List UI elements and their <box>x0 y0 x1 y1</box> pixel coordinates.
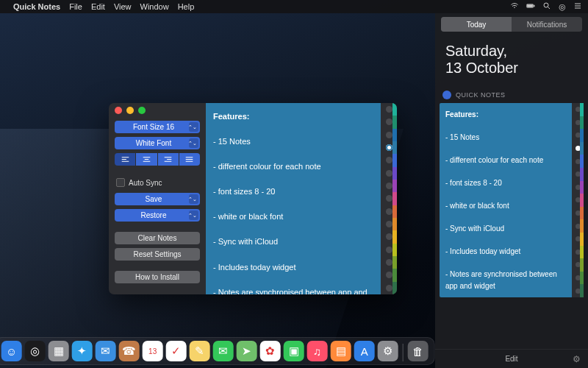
color-swatch[interactable] <box>572 116 584 130</box>
color-swatch[interactable] <box>381 282 397 294</box>
window-titlebar[interactable] <box>109 103 397 118</box>
color-swatch[interactable] <box>381 205 397 218</box>
font-color-dropdown[interactable]: White Font ⌃⌄ <box>115 137 200 149</box>
align-right-button[interactable] <box>158 153 179 166</box>
align-left-button[interactable] <box>115 153 135 166</box>
color-swatch[interactable] <box>572 284 584 297</box>
text-align-segmented <box>115 153 200 166</box>
window-close-button[interactable] <box>115 107 122 114</box>
menubar-app-name[interactable]: Quick Notes <box>13 2 60 11</box>
color-swatch[interactable] <box>381 230 397 243</box>
widget-note-line: - 15 Notes <box>445 133 479 141</box>
menubar-item-edit[interactable]: Edit <box>91 2 105 11</box>
menubar: Quick Notes File Edit View Window Help ◎ <box>0 0 588 13</box>
nc-tab-today[interactable]: Today <box>441 17 512 32</box>
notification-center-icon[interactable] <box>573 1 582 12</box>
dock-app-messages[interactable]: ✉ <box>213 341 234 361</box>
color-swatch[interactable] <box>381 154 397 166</box>
dock-app-siri[interactable]: ◎ <box>25 341 46 361</box>
dock-app-photos[interactable]: ✿ <box>260 341 281 361</box>
svg-rect-2 <box>527 5 532 7</box>
color-swatch[interactable] <box>572 258 584 272</box>
font-size-dropdown[interactable]: Font Size 16 ⌃⌄ <box>115 121 200 133</box>
align-center-button[interactable] <box>136 153 157 166</box>
dock-app-finder[interactable]: ☺ <box>1 341 22 361</box>
reset-settings-button[interactable]: Reset Settings <box>115 248 200 261</box>
color-swatch[interactable] <box>572 142 584 155</box>
color-swatch[interactable] <box>572 181 584 194</box>
dock-app-mail[interactable]: ✉ <box>96 341 116 361</box>
color-swatch[interactable] <box>572 233 584 246</box>
note-line: - font sizes 8 - 20 <box>213 187 275 196</box>
spotlight-icon[interactable] <box>542 1 551 12</box>
widget-note-line: - different colour for each note <box>445 156 543 164</box>
color-swatch[interactable] <box>572 168 584 181</box>
quick-notes-widget[interactable]: Features: - 15 Notes - different colour … <box>440 103 584 297</box>
color-swatch[interactable] <box>381 129 397 141</box>
gear-icon[interactable]: ⚙ <box>573 354 581 364</box>
color-swatch[interactable] <box>572 129 584 142</box>
color-swatch[interactable] <box>572 272 584 285</box>
clear-notes-button[interactable]: Clear Notes <box>115 232 200 244</box>
dock-app-contacts[interactable]: ☎ <box>119 341 140 361</box>
color-swatch[interactable] <box>381 103 397 116</box>
nc-edit-button[interactable]: Edit <box>505 355 517 363</box>
window-minimize-button[interactable] <box>126 107 134 114</box>
nc-date-line2: 13 October <box>445 60 578 77</box>
wifi-icon[interactable] <box>510 1 519 12</box>
dock-app-appstore[interactable]: A <box>354 341 375 361</box>
color-swatch[interactable] <box>381 218 397 230</box>
menubar-item-view[interactable]: View <box>114 2 132 11</box>
color-swatch[interactable] <box>381 256 397 269</box>
color-swatch[interactable] <box>572 194 584 207</box>
auto-sync-label: Auto Sync <box>129 179 162 187</box>
siri-icon[interactable]: ◎ <box>559 2 566 12</box>
dock-trash[interactable]: 🗑 <box>408 341 429 361</box>
widget-note-line: - font sizes 8 - 20 <box>445 179 502 187</box>
widget-title: QUICK NOTES <box>456 91 506 99</box>
widget-color-picker <box>572 103 584 297</box>
dock-app-launchpad[interactable]: ▦ <box>49 341 69 361</box>
auto-sync-row[interactable]: Auto Sync <box>115 176 200 189</box>
note-editor[interactable]: Features: - 15 Notes - different colour … <box>206 103 381 294</box>
dock-app-ibooks[interactable]: ▤ <box>331 341 351 361</box>
how-to-install-button[interactable]: How to Install <box>115 271 200 283</box>
dock-app-reminders[interactable]: ✓ <box>166 341 187 361</box>
color-swatch[interactable] <box>381 167 397 180</box>
quick-notes-window: Font Size 16 ⌃⌄ White Font ⌃⌄ Auto Sync … <box>109 103 397 294</box>
save-dropdown[interactable]: Save ⌃⌄ <box>115 193 200 205</box>
menubar-item-file[interactable]: File <box>69 2 82 11</box>
svg-rect-1 <box>534 5 534 7</box>
menubar-item-help[interactable]: Help <box>178 2 195 11</box>
dock-app-calendar[interactable]: 13 <box>143 341 163 361</box>
color-swatch[interactable] <box>381 141 397 154</box>
color-swatch[interactable] <box>572 207 584 220</box>
color-swatch[interactable] <box>381 269 397 281</box>
align-justify-button[interactable] <box>179 153 200 166</box>
battery-icon[interactable] <box>526 1 535 12</box>
chevron-updown-icon: ⌃⌄ <box>188 213 197 218</box>
dock-app-facetime[interactable]: ▣ <box>284 341 304 361</box>
color-swatch[interactable] <box>572 246 584 259</box>
quick-notes-widget-icon <box>442 91 451 99</box>
color-swatch[interactable] <box>381 244 397 256</box>
dock-app-maps[interactable]: ➤ <box>237 341 257 361</box>
restore-dropdown[interactable]: Restore ⌃⌄ <box>115 209 200 222</box>
window-zoom-button[interactable] <box>138 107 146 114</box>
dock-app-safari[interactable]: ✦ <box>72 341 93 361</box>
dock-app-itunes[interactable]: ♫ <box>307 341 328 361</box>
nc-tab-notifications[interactable]: Notifications <box>512 17 582 32</box>
color-swatch[interactable] <box>572 103 584 116</box>
color-swatch[interactable] <box>572 219 584 233</box>
color-swatch[interactable] <box>381 180 397 192</box>
color-swatch[interactable] <box>572 155 584 168</box>
svg-point-3 <box>544 3 548 7</box>
color-swatch[interactable] <box>381 116 397 128</box>
dock-app-preferences[interactable]: ⚙ <box>378 341 398 361</box>
note-line: - white or black font <box>213 212 283 221</box>
widget-note-line: - Sync with iCloud <box>445 224 504 233</box>
color-swatch[interactable] <box>381 192 397 205</box>
menubar-item-window[interactable]: Window <box>140 2 169 11</box>
auto-sync-checkbox[interactable] <box>116 178 125 187</box>
dock-app-notes[interactable]: ✎ <box>190 341 210 361</box>
